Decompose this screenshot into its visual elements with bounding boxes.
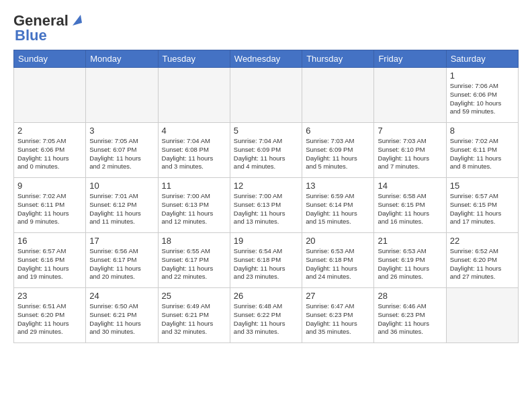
cell-info: Sunrise: 7:03 AM Sunset: 6:09 PM Dayligh… [306,137,370,171]
calendar-cell: 19Sunrise: 6:54 AM Sunset: 6:18 PM Dayli… [230,233,302,288]
calendar-cell: 2Sunrise: 7:05 AM Sunset: 6:06 PM Daylig… [14,123,86,178]
cell-info: Sunrise: 6:46 AM Sunset: 6:23 PM Dayligh… [378,302,442,336]
week-row-2: 2Sunrise: 7:05 AM Sunset: 6:06 PM Daylig… [14,123,519,178]
calendar-cell [446,288,518,343]
day-number: 21 [378,236,442,246]
day-number: 11 [162,181,226,191]
weekday-sunday: Sunday [14,50,86,68]
weekday-header-row: SundayMondayTuesdayWednesdayThursdayFrid… [14,50,519,68]
calendar-table: SundayMondayTuesdayWednesdayThursdayFrid… [13,50,519,343]
calendar-cell: 28Sunrise: 6:46 AM Sunset: 6:23 PM Dayli… [374,288,446,343]
day-number: 6 [306,126,370,136]
calendar-cell: 10Sunrise: 7:01 AM Sunset: 6:12 PM Dayli… [86,178,158,233]
cell-info: Sunrise: 7:04 AM Sunset: 6:08 PM Dayligh… [162,137,226,171]
cell-info: Sunrise: 6:57 AM Sunset: 6:15 PM Dayligh… [450,192,515,226]
day-number: 9 [17,181,82,191]
cell-info: Sunrise: 6:51 AM Sunset: 6:20 PM Dayligh… [17,302,82,336]
day-number: 28 [378,291,442,301]
day-number: 16 [17,236,82,246]
week-row-5: 23Sunrise: 6:51 AM Sunset: 6:20 PM Dayli… [14,288,519,343]
calendar-cell: 5Sunrise: 7:04 AM Sunset: 6:09 PM Daylig… [230,123,302,178]
day-number: 10 [89,181,154,191]
calendar-cell: 20Sunrise: 6:53 AM Sunset: 6:18 PM Dayli… [302,233,374,288]
week-row-1: 1Sunrise: 7:06 AM Sunset: 6:06 PM Daylig… [14,68,519,123]
day-number: 8 [450,126,515,136]
day-number: 3 [89,126,154,136]
logo-arrow-icon [69,13,83,28]
weekday-monday: Monday [86,50,158,68]
calendar-cell: 9Sunrise: 7:02 AM Sunset: 6:11 PM Daylig… [14,178,86,233]
cell-info: Sunrise: 6:50 AM Sunset: 6:21 PM Dayligh… [89,302,154,336]
cell-info: Sunrise: 7:06 AM Sunset: 6:06 PM Dayligh… [450,82,515,116]
cell-info: Sunrise: 6:57 AM Sunset: 6:16 PM Dayligh… [17,247,82,281]
day-number: 15 [450,181,515,191]
week-row-3: 9Sunrise: 7:02 AM Sunset: 6:11 PM Daylig… [14,178,519,233]
calendar-cell: 26Sunrise: 6:48 AM Sunset: 6:22 PM Dayli… [230,288,302,343]
weekday-thursday: Thursday [302,50,374,68]
calendar-cell: 11Sunrise: 7:00 AM Sunset: 6:13 PM Dayli… [158,178,230,233]
day-number: 27 [306,291,370,301]
calendar-cell: 23Sunrise: 6:51 AM Sunset: 6:20 PM Dayli… [14,288,86,343]
calendar-cell: 8Sunrise: 7:02 AM Sunset: 6:11 PM Daylig… [446,123,518,178]
calendar-cell: 17Sunrise: 6:56 AM Sunset: 6:17 PM Dayli… [86,233,158,288]
cell-info: Sunrise: 7:02 AM Sunset: 6:11 PM Dayligh… [17,192,82,226]
calendar-cell [14,68,86,123]
calendar-cell: 16Sunrise: 6:57 AM Sunset: 6:16 PM Dayli… [14,233,86,288]
calendar-cell: 25Sunrise: 6:49 AM Sunset: 6:21 PM Dayli… [158,288,230,343]
cell-info: Sunrise: 7:00 AM Sunset: 6:13 PM Dayligh… [162,192,226,226]
svg-marker-0 [73,15,82,26]
calendar-cell [374,68,446,123]
day-number: 5 [234,126,298,136]
cell-info: Sunrise: 6:58 AM Sunset: 6:15 PM Dayligh… [378,192,442,226]
calendar-cell [158,68,230,123]
cell-info: Sunrise: 7:01 AM Sunset: 6:12 PM Dayligh… [89,192,154,226]
calendar-cell: 4Sunrise: 7:04 AM Sunset: 6:08 PM Daylig… [158,123,230,178]
cell-info: Sunrise: 6:49 AM Sunset: 6:21 PM Dayligh… [162,302,226,336]
calendar-cell [230,68,302,123]
logo: General Blue [13,12,83,44]
calendar-cell: 22Sunrise: 6:52 AM Sunset: 6:20 PM Dayli… [446,233,518,288]
cell-info: Sunrise: 6:56 AM Sunset: 6:17 PM Dayligh… [89,247,154,281]
cell-info: Sunrise: 6:59 AM Sunset: 6:14 PM Dayligh… [306,192,370,226]
calendar-cell [302,68,374,123]
cell-info: Sunrise: 7:02 AM Sunset: 6:11 PM Dayligh… [450,137,515,171]
calendar-cell: 3Sunrise: 7:05 AM Sunset: 6:07 PM Daylig… [86,123,158,178]
cell-info: Sunrise: 7:05 AM Sunset: 6:06 PM Dayligh… [17,137,82,171]
calendar-cell: 15Sunrise: 6:57 AM Sunset: 6:15 PM Dayli… [446,178,518,233]
day-number: 4 [162,126,226,136]
cell-info: Sunrise: 7:05 AM Sunset: 6:07 PM Dayligh… [89,137,154,171]
calendar-cell: 18Sunrise: 6:55 AM Sunset: 6:17 PM Dayli… [158,233,230,288]
cell-info: Sunrise: 7:00 AM Sunset: 6:13 PM Dayligh… [234,192,298,226]
calendar-cell: 12Sunrise: 7:00 AM Sunset: 6:13 PM Dayli… [230,178,302,233]
calendar-cell: 7Sunrise: 7:03 AM Sunset: 6:10 PM Daylig… [374,123,446,178]
day-number: 13 [306,181,370,191]
cell-info: Sunrise: 6:54 AM Sunset: 6:18 PM Dayligh… [234,247,298,281]
weekday-tuesday: Tuesday [158,50,230,68]
calendar-cell: 6Sunrise: 7:03 AM Sunset: 6:09 PM Daylig… [302,123,374,178]
cell-info: Sunrise: 6:52 AM Sunset: 6:20 PM Dayligh… [450,247,515,281]
day-number: 26 [234,291,298,301]
day-number: 1 [450,71,515,81]
day-number: 19 [234,236,298,246]
weekday-wednesday: Wednesday [230,50,302,68]
cell-info: Sunrise: 6:47 AM Sunset: 6:23 PM Dayligh… [306,302,370,336]
day-number: 22 [450,236,515,246]
calendar-cell: 24Sunrise: 6:50 AM Sunset: 6:21 PM Dayli… [86,288,158,343]
weekday-saturday: Saturday [446,50,518,68]
calendar-cell: 13Sunrise: 6:59 AM Sunset: 6:14 PM Dayli… [302,178,374,233]
day-number: 23 [17,291,82,301]
week-row-4: 16Sunrise: 6:57 AM Sunset: 6:16 PM Dayli… [14,233,519,288]
page: General Blue SundayMondayTuesdayWednesda… [0,0,532,350]
logo-blue: Blue [15,27,47,44]
calendar-cell [86,68,158,123]
cell-info: Sunrise: 6:53 AM Sunset: 6:18 PM Dayligh… [306,247,370,281]
day-number: 2 [17,126,82,136]
calendar-cell: 21Sunrise: 6:53 AM Sunset: 6:19 PM Dayli… [374,233,446,288]
day-number: 20 [306,236,370,246]
calendar-cell: 1Sunrise: 7:06 AM Sunset: 6:06 PM Daylig… [446,68,518,123]
day-number: 17 [89,236,154,246]
cell-info: Sunrise: 7:04 AM Sunset: 6:09 PM Dayligh… [234,137,298,171]
cell-info: Sunrise: 6:48 AM Sunset: 6:22 PM Dayligh… [234,302,298,336]
cell-info: Sunrise: 7:03 AM Sunset: 6:10 PM Dayligh… [378,137,442,171]
header: General Blue [13,12,519,44]
